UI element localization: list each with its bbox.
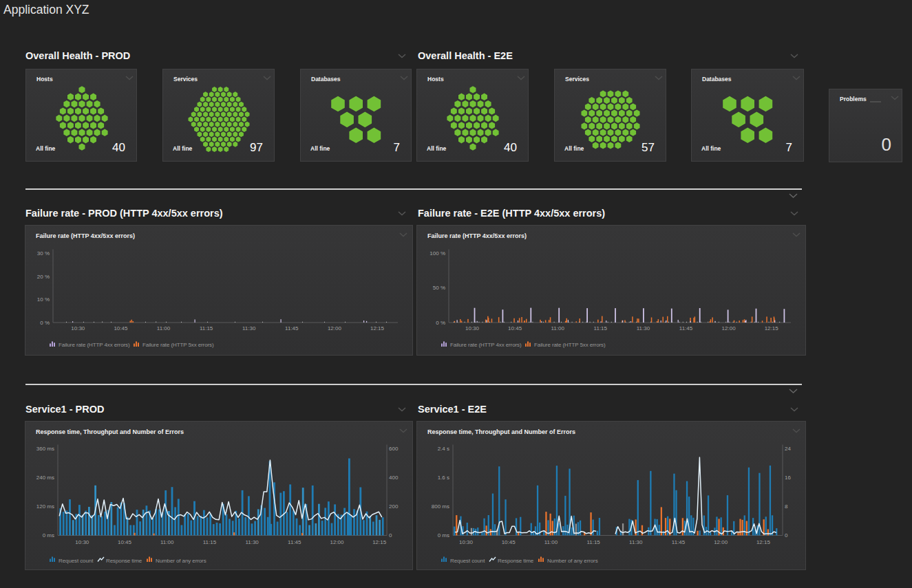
svg-text:0: 0 (785, 532, 788, 538)
svg-text:10:30: 10:30 (459, 539, 474, 545)
svg-text:120 ms: 120 ms (36, 503, 54, 510)
svg-text:Failure rate (HTTP 4xx errors): Failure rate (HTTP 4xx errors) (450, 342, 522, 348)
svg-text:Request count: Request count (59, 558, 94, 564)
svg-text:100 %: 100 % (430, 250, 445, 257)
svg-text:240 ms: 240 ms (36, 475, 54, 481)
svg-text:11:30: 11:30 (629, 539, 643, 545)
svg-text:11:30: 11:30 (637, 325, 650, 331)
svg-text:10:30: 10:30 (71, 325, 85, 331)
svg-text:10:45: 10:45 (114, 325, 128, 331)
svg-text:12:15: 12:15 (756, 539, 771, 545)
svg-text:11:00: 11:00 (551, 325, 564, 331)
svg-text:10:30: 10:30 (465, 325, 480, 331)
svg-text:11:45: 11:45 (285, 325, 299, 331)
svg-text:12:15: 12:15 (765, 325, 779, 331)
svg-text:Failure rate (HTTP 4xx errors): Failure rate (HTTP 4xx errors) (59, 342, 130, 348)
svg-text:0 ms: 0 ms (438, 532, 449, 538)
svg-text:12:00: 12:00 (714, 539, 728, 545)
svg-text:11:00: 11:00 (160, 539, 174, 545)
svg-text:50 %: 50 % (433, 285, 445, 291)
svg-text:10 %: 10 % (37, 296, 50, 303)
svg-text:11:15: 11:15 (203, 539, 217, 545)
svg-text:16: 16 (785, 475, 791, 481)
svg-text:11:15: 11:15 (586, 539, 600, 545)
svg-text:600: 600 (389, 446, 399, 452)
svg-text:0 %: 0 % (436, 320, 445, 326)
svg-text:11:00: 11:00 (544, 539, 558, 545)
svg-text:10:45: 10:45 (502, 539, 516, 545)
svg-text:2.4 s: 2.4 s (438, 446, 449, 452)
svg-text:Failure rate (HTTP 5xx errors): Failure rate (HTTP 5xx errors) (142, 342, 214, 348)
svg-text:11:00: 11:00 (157, 325, 171, 331)
svg-text:1.6 s: 1.6 s (438, 475, 449, 481)
svg-text:360 ms: 360 ms (36, 446, 54, 452)
svg-text:11:30: 11:30 (242, 325, 256, 331)
svg-text:11:30: 11:30 (245, 539, 259, 545)
svg-text:Response time: Response time (498, 558, 534, 564)
svg-text:Number of any errors: Number of any errors (547, 558, 598, 564)
svg-text:20 %: 20 % (37, 274, 50, 280)
svg-text:11:45: 11:45 (288, 539, 301, 545)
svg-text:0: 0 (389, 532, 392, 538)
svg-text:10:45: 10:45 (118, 539, 132, 545)
svg-text:400: 400 (389, 475, 399, 481)
svg-text:11:15: 11:15 (200, 325, 213, 331)
svg-text:200: 200 (389, 503, 399, 510)
svg-text:10:45: 10:45 (508, 325, 522, 331)
svg-text:Failure rate (HTTP 5xx errors): Failure rate (HTTP 5xx errors) (534, 342, 606, 348)
svg-text:12:00: 12:00 (722, 325, 736, 331)
svg-text:12:00: 12:00 (328, 325, 342, 331)
svg-text:8: 8 (785, 503, 788, 510)
svg-text:Request count: Request count (450, 558, 485, 564)
svg-text:12:00: 12:00 (330, 539, 344, 545)
svg-text:12:15: 12:15 (372, 539, 387, 545)
svg-text:11:15: 11:15 (594, 325, 608, 331)
svg-text:0 ms: 0 ms (43, 532, 54, 538)
svg-text:11:45: 11:45 (679, 325, 693, 331)
svg-text:0 %: 0 % (40, 320, 50, 326)
svg-text:800 ms: 800 ms (432, 503, 449, 510)
svg-text:11:45: 11:45 (672, 539, 686, 545)
svg-text:24: 24 (785, 446, 791, 452)
svg-text:Response time: Response time (106, 558, 142, 564)
svg-text:Number of any errors: Number of any errors (156, 558, 206, 564)
svg-text:30 %: 30 % (37, 250, 50, 257)
svg-text:12:15: 12:15 (370, 325, 385, 331)
svg-text:10:30: 10:30 (75, 539, 89, 545)
